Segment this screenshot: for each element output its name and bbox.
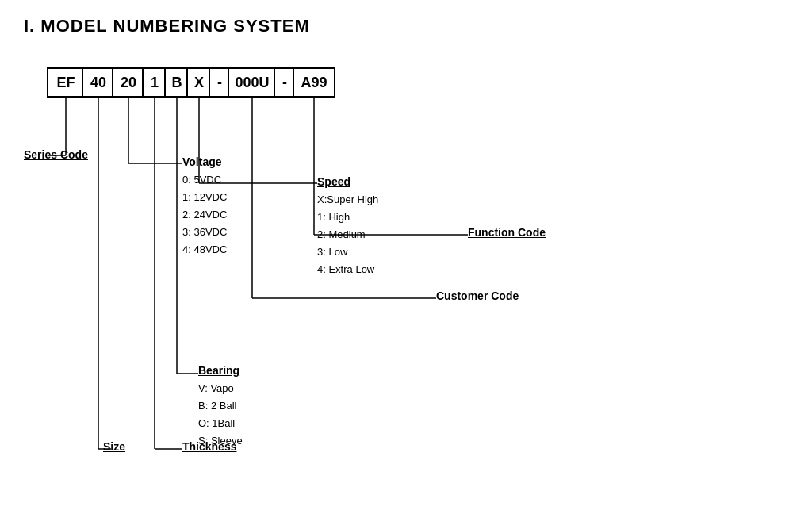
svg-text:-: - (217, 75, 222, 90)
svg-text:A99: A99 (301, 75, 327, 90)
voltage-opt-3: 3: 36VDC (182, 224, 227, 241)
page-title: I. MODEL NUMBERING SYSTEM (24, 16, 788, 36)
series-code-label: Series Code (24, 148, 88, 162)
page-container: I. MODEL NUMBERING SYSTEM EF 40 20 1 B X (0, 0, 812, 529)
function-code-label: Function Code (468, 225, 546, 240)
speed-opt-0: X:Super High (317, 191, 378, 209)
svg-text:-: - (282, 75, 287, 90)
diagram-area: EF 40 20 1 B X - 000U - (24, 60, 788, 473)
voltage-opt-4: 4: 48VDC (182, 241, 227, 259)
voltage-section: Voltage 0: 5VDC 1: 12VDC 2: 24VDC 3: 36V… (182, 155, 227, 259)
svg-text:B: B (172, 75, 182, 90)
bearing-opt-3: S: Sleeve (198, 432, 243, 450)
bearing-opt-1: B: 2 Ball (198, 397, 243, 415)
voltage-opt-0: 0: 5VDC (182, 171, 227, 189)
voltage-opt-2: 2: 24VDC (182, 206, 227, 224)
svg-text:EF: EF (56, 75, 75, 90)
bearing-opt-2: O: 1Ball (198, 415, 243, 432)
svg-text:40: 40 (90, 75, 106, 90)
speed-opt-1: 1: High (317, 209, 378, 226)
diagram-svg: EF 40 20 1 B X - 000U - (24, 60, 812, 473)
speed-opt-4: 4: Extra Low (317, 261, 378, 278)
svg-text:1: 1 (151, 75, 159, 90)
voltage-opt-1: 1: 12VDC (182, 189, 227, 206)
speed-opt-3: 3: Low (317, 243, 378, 261)
customer-code-label: Customer Code (436, 289, 519, 303)
svg-text:000U: 000U (235, 75, 269, 90)
speed-opt-2: 2: Medium (317, 226, 378, 243)
bearing-opt-0: V: Vapo (198, 380, 243, 397)
speed-section: Speed X:Super High 1: High 2: Medium 3: … (317, 175, 378, 278)
svg-text:20: 20 (121, 75, 136, 90)
size-label: Size (103, 439, 125, 454)
svg-text:X: X (194, 75, 204, 90)
bearing-section: Bearing V: Vapo B: 2 Ball O: 1Ball S: Sl… (198, 364, 243, 450)
